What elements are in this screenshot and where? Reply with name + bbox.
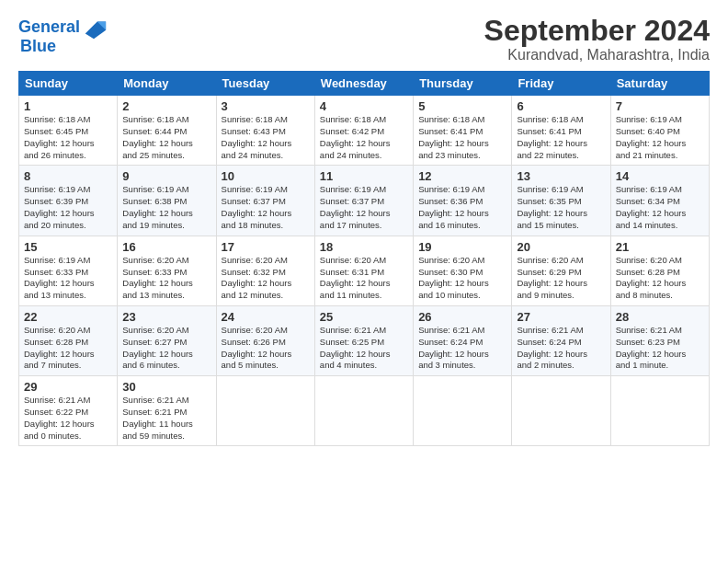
day-number: 2: [122, 99, 210, 113]
calendar-cell: 23Sunrise: 6:20 AM Sunset: 6:27 PM Dayli…: [118, 305, 216, 375]
day-number: 3: [222, 99, 310, 113]
title-block: September 2024 Kurandvad, Maharashtra, I…: [484, 15, 710, 63]
day-number: 21: [616, 240, 704, 254]
day-number: 23: [122, 310, 210, 324]
calendar-week-row: 8Sunrise: 6:19 AM Sunset: 6:39 PM Daylig…: [19, 166, 710, 236]
logo: General Blue: [18, 15, 108, 56]
day-number: 11: [320, 169, 408, 183]
day-detail: Sunrise: 6:20 AM Sunset: 6:27 PM Dayligh…: [122, 325, 210, 372]
day-detail: Sunrise: 6:20 AM Sunset: 6:33 PM Dayligh…: [122, 255, 210, 302]
day-detail: Sunrise: 6:20 AM Sunset: 6:30 PM Dayligh…: [418, 255, 506, 302]
header: General Blue September 2024 Kurandvad, M…: [18, 15, 710, 63]
calendar-cell: 3Sunrise: 6:18 AM Sunset: 6:43 PM Daylig…: [216, 96, 314, 166]
calendar-week-row: 1Sunrise: 6:18 AM Sunset: 6:45 PM Daylig…: [19, 96, 710, 166]
day-header-thursday: Thursday: [414, 72, 512, 96]
calendar-cell: 21Sunrise: 6:20 AM Sunset: 6:28 PM Dayli…: [610, 236, 709, 305]
calendar-cell: 28Sunrise: 6:21 AM Sunset: 6:23 PM Dayli…: [610, 305, 709, 375]
day-detail: Sunrise: 6:21 AM Sunset: 6:21 PM Dayligh…: [122, 395, 210, 442]
day-number: 1: [24, 99, 112, 113]
calendar-cell: 30Sunrise: 6:21 AM Sunset: 6:21 PM Dayli…: [118, 376, 216, 446]
day-header-monday: Monday: [118, 72, 216, 96]
calendar-subtitle: Kurandvad, Maharashtra, India: [484, 47, 710, 63]
day-number: 13: [517, 169, 605, 183]
calendar-title: September 2024: [484, 15, 710, 47]
calendar-cell: 16Sunrise: 6:20 AM Sunset: 6:33 PM Dayli…: [118, 236, 216, 305]
day-number: 30: [122, 380, 210, 394]
calendar-cell: 25Sunrise: 6:21 AM Sunset: 6:25 PM Dayli…: [314, 305, 413, 375]
calendar-cell: 9Sunrise: 6:19 AM Sunset: 6:38 PM Daylig…: [118, 166, 216, 236]
day-detail: Sunrise: 6:20 AM Sunset: 6:28 PM Dayligh…: [616, 255, 704, 302]
calendar-cell: 7Sunrise: 6:19 AM Sunset: 6:40 PM Daylig…: [610, 96, 709, 166]
day-detail: Sunrise: 6:21 AM Sunset: 6:24 PM Dayligh…: [418, 325, 506, 372]
calendar-cell: 19Sunrise: 6:20 AM Sunset: 6:30 PM Dayli…: [414, 236, 512, 305]
calendar-cell: 8Sunrise: 6:19 AM Sunset: 6:39 PM Daylig…: [19, 166, 118, 236]
calendar-cell: [512, 376, 610, 446]
day-number: 10: [222, 169, 310, 183]
day-detail: Sunrise: 6:18 AM Sunset: 6:45 PM Dayligh…: [24, 114, 112, 161]
day-number: 15: [24, 240, 112, 254]
day-detail: Sunrise: 6:20 AM Sunset: 6:29 PM Dayligh…: [517, 255, 605, 302]
calendar-cell: 12Sunrise: 6:19 AM Sunset: 6:36 PM Dayli…: [414, 166, 512, 236]
calendar-cell: 17Sunrise: 6:20 AM Sunset: 6:32 PM Dayli…: [216, 236, 314, 305]
day-detail: Sunrise: 6:20 AM Sunset: 6:28 PM Dayligh…: [24, 325, 112, 372]
page: General Blue September 2024 Kurandvad, M…: [0, 0, 728, 563]
calendar-cell: 22Sunrise: 6:20 AM Sunset: 6:28 PM Dayli…: [19, 305, 118, 375]
calendar-cell: 5Sunrise: 6:18 AM Sunset: 6:41 PM Daylig…: [414, 96, 512, 166]
day-detail: Sunrise: 6:18 AM Sunset: 6:42 PM Dayligh…: [320, 114, 408, 161]
day-number: 29: [24, 380, 112, 394]
day-number: 12: [418, 169, 506, 183]
calendar-cell: 11Sunrise: 6:19 AM Sunset: 6:37 PM Dayli…: [314, 166, 413, 236]
day-number: 8: [24, 169, 112, 183]
day-detail: Sunrise: 6:19 AM Sunset: 6:37 PM Dayligh…: [222, 184, 310, 231]
day-header-saturday: Saturday: [610, 72, 709, 96]
calendar-cell: 26Sunrise: 6:21 AM Sunset: 6:24 PM Dayli…: [414, 305, 512, 375]
calendar-header-row: SundayMondayTuesdayWednesdayThursdayFrid…: [19, 72, 710, 96]
day-number: 19: [418, 240, 506, 254]
calendar-week-row: 29Sunrise: 6:21 AM Sunset: 6:22 PM Dayli…: [19, 376, 710, 446]
day-number: 27: [517, 310, 605, 324]
calendar-cell: [414, 376, 512, 446]
day-detail: Sunrise: 6:19 AM Sunset: 6:33 PM Dayligh…: [24, 255, 112, 302]
calendar-cell: 1Sunrise: 6:18 AM Sunset: 6:45 PM Daylig…: [19, 96, 118, 166]
day-detail: Sunrise: 6:20 AM Sunset: 6:26 PM Dayligh…: [222, 325, 310, 372]
calendar-cell: [610, 376, 709, 446]
calendar-week-row: 15Sunrise: 6:19 AM Sunset: 6:33 PM Dayli…: [19, 236, 710, 305]
day-detail: Sunrise: 6:18 AM Sunset: 6:44 PM Dayligh…: [122, 114, 210, 161]
day-detail: Sunrise: 6:19 AM Sunset: 6:40 PM Dayligh…: [616, 114, 704, 161]
calendar-table: SundayMondayTuesdayWednesdayThursdayFrid…: [18, 71, 710, 446]
day-detail: Sunrise: 6:19 AM Sunset: 6:39 PM Dayligh…: [24, 184, 112, 231]
calendar-cell: 18Sunrise: 6:20 AM Sunset: 6:31 PM Dayli…: [314, 236, 413, 305]
day-number: 6: [517, 99, 605, 113]
day-number: 5: [418, 99, 506, 113]
day-number: 4: [320, 99, 408, 113]
day-number: 25: [320, 310, 408, 324]
calendar-cell: 4Sunrise: 6:18 AM Sunset: 6:42 PM Daylig…: [314, 96, 413, 166]
day-number: 16: [122, 240, 210, 254]
day-detail: Sunrise: 6:20 AM Sunset: 6:31 PM Dayligh…: [320, 255, 408, 302]
calendar-cell: [216, 376, 314, 446]
calendar-cell: 13Sunrise: 6:19 AM Sunset: 6:35 PM Dayli…: [512, 166, 610, 236]
day-header-friday: Friday: [512, 72, 610, 96]
day-number: 17: [222, 240, 310, 254]
day-number: 18: [320, 240, 408, 254]
calendar-cell: 20Sunrise: 6:20 AM Sunset: 6:29 PM Dayli…: [512, 236, 610, 305]
calendar-cell: 15Sunrise: 6:19 AM Sunset: 6:33 PM Dayli…: [19, 236, 118, 305]
calendar-cell: [314, 376, 413, 446]
calendar-cell: 10Sunrise: 6:19 AM Sunset: 6:37 PM Dayli…: [216, 166, 314, 236]
day-number: 24: [222, 310, 310, 324]
day-detail: Sunrise: 6:19 AM Sunset: 6:34 PM Dayligh…: [616, 184, 704, 231]
day-number: 9: [122, 169, 210, 183]
day-detail: Sunrise: 6:21 AM Sunset: 6:25 PM Dayligh…: [320, 325, 408, 372]
logo-icon: [82, 15, 108, 40]
day-detail: Sunrise: 6:21 AM Sunset: 6:22 PM Dayligh…: [24, 395, 112, 442]
day-header-tuesday: Tuesday: [216, 72, 314, 96]
logo-text: General: [18, 18, 80, 37]
day-detail: Sunrise: 6:18 AM Sunset: 6:41 PM Dayligh…: [517, 114, 605, 161]
day-detail: Sunrise: 6:21 AM Sunset: 6:23 PM Dayligh…: [616, 325, 704, 372]
calendar-cell: 2Sunrise: 6:18 AM Sunset: 6:44 PM Daylig…: [118, 96, 216, 166]
calendar-cell: 24Sunrise: 6:20 AM Sunset: 6:26 PM Dayli…: [216, 305, 314, 375]
calendar-cell: 6Sunrise: 6:18 AM Sunset: 6:41 PM Daylig…: [512, 96, 610, 166]
day-detail: Sunrise: 6:18 AM Sunset: 6:41 PM Dayligh…: [418, 114, 506, 161]
day-number: 14: [616, 169, 704, 183]
day-detail: Sunrise: 6:19 AM Sunset: 6:37 PM Dayligh…: [320, 184, 408, 231]
